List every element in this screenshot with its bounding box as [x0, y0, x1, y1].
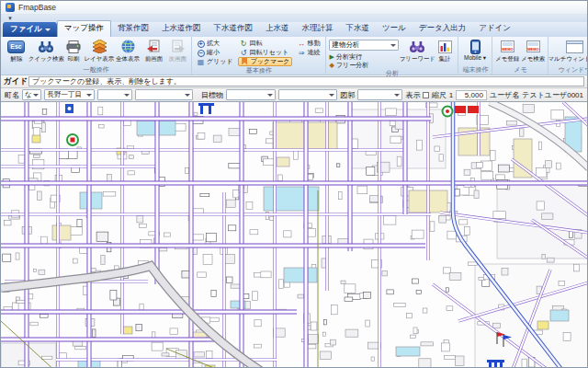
free-analysis-button[interactable]: ◆フリー分析 — [329, 61, 399, 69]
group-label-memo: メモ — [494, 65, 546, 75]
bar-chart-icon — [436, 39, 454, 54]
tab-tools[interactable]: ツール — [376, 21, 413, 37]
freeword-search-button[interactable]: フリーワード — [401, 38, 434, 63]
map-canvas[interactable] — [1, 102, 587, 368]
ribbon-group-basic: +拡大 −縮小 ▦グリッド ↻回転 ↺回転リセット ブックマーク ↔移動 ⇒連続… — [192, 37, 326, 75]
quick-search-button[interactable]: クイック検索 — [29, 38, 62, 63]
previous-screen-button[interactable]: 前画面 — [141, 38, 165, 63]
tab-water[interactable]: 上水道 — [259, 21, 296, 37]
previous-screen-icon — [145, 39, 163, 54]
window-title: FmapBase — [18, 3, 56, 12]
layer-display-button[interactable]: レイヤ表示 — [85, 38, 114, 63]
ribbon-tab-bar: ファイル マップ操作 背景作図 上水道作図 下水道作図 上水道 水理計算 下水道… — [1, 22, 587, 37]
tab-data-io[interactable]: データ入出力 — [413, 21, 472, 37]
guide-bar: ガイド ブックマークの登録、表示、削除をします。 — [1, 75, 587, 88]
tab-map-operation[interactable]: マップ操作 — [57, 20, 111, 37]
user-value: テストユーザ0001 — [522, 90, 583, 100]
zoom-in-icon: + — [197, 40, 205, 48]
address-dropdown[interactable] — [135, 89, 193, 100]
ribbon-group-analysis: 建物分析 ▶分析実行 ◆フリー分析 フリーワード 集計 分析 — [326, 37, 458, 75]
full-extent-button[interactable]: 全体表示 — [114, 38, 141, 63]
next-screen-button: 次画面 — [165, 38, 189, 63]
grid-button[interactable]: ▦グリッド — [195, 57, 235, 66]
layers-icon — [91, 39, 108, 54]
chevron-down-icon — [86, 94, 92, 97]
continuous-button[interactable]: ⇒連続 — [295, 48, 322, 57]
memo-search-button[interactable]: MEMO メモ検索 — [520, 38, 546, 63]
map-frame-label: 図郭 — [340, 90, 355, 100]
quick-access-dropdown-icon[interactable]: ▼ — [7, 16, 13, 21]
tab-sewer[interactable]: 下水道 — [339, 21, 376, 37]
title-bar: FmapBase — [1, 1, 587, 15]
scale-checkbox[interactable] — [423, 92, 428, 98]
bookmark-icon — [241, 58, 249, 66]
ribbon-group-window: マルチウィンドウ ▾ ウィンドウ — [548, 37, 588, 75]
guide-label: ガイド — [4, 76, 28, 87]
scale-prefix: 1 — [449, 91, 453, 99]
zoom-in-button[interactable]: +拡大 — [195, 39, 235, 48]
chevron-down-icon — [329, 94, 334, 97]
tab-water-drawing[interactable]: 上水道作図 — [155, 21, 208, 37]
rotate-icon: ↻ — [240, 40, 248, 48]
esc-key-icon: Esc — [7, 40, 25, 53]
town-dropdown[interactable]: 長野一丁目 — [44, 89, 94, 100]
printer-icon — [65, 39, 83, 54]
town-label: 町名 — [5, 90, 19, 100]
free-analysis-icon: ◆ — [329, 62, 334, 69]
release-button[interactable]: Esc 解除 — [3, 38, 29, 63]
chevron-down-icon — [267, 94, 273, 97]
ribbon-group-general: Esc 解除 クイック検索 印刷 レイヤ表示 — [1, 37, 192, 75]
group-label-terminal: 端末操作 — [460, 65, 490, 75]
kana-dropdown[interactable]: な — [22, 89, 41, 100]
chevron-down-icon — [124, 94, 130, 97]
guide-message: ブックマークの登録、表示、削除をします。 — [28, 76, 584, 86]
tab-addin[interactable]: アドイン — [472, 21, 517, 37]
landmark-category-dropdown[interactable] — [226, 89, 276, 100]
app-icon — [6, 3, 15, 12]
tab-sewer-drawing[interactable]: 下水道作図 — [207, 21, 259, 37]
rotate-reset-button[interactable]: ↺回転リセット — [238, 48, 293, 57]
tab-background-drawing[interactable]: 背景作図 — [111, 21, 155, 37]
group-label-general: 一般操作 — [3, 65, 189, 75]
print-button[interactable]: 印刷 — [62, 38, 85, 63]
file-menu-button[interactable]: ファイル — [3, 22, 57, 37]
binoculars-icon — [38, 39, 55, 54]
group-label-basic: 基本操作 — [194, 66, 323, 75]
memo-icon: MEMO — [499, 39, 516, 54]
continuous-icon: ⇒ — [297, 49, 305, 57]
zoom-out-button[interactable]: −縮小 — [195, 48, 235, 57]
pan-icon: ↔ — [297, 40, 305, 48]
application-window: { "window": { "title": "FmapBase" }, "qa… — [0, 0, 588, 368]
globe-icon — [119, 39, 137, 54]
zoom-out-icon: − — [197, 49, 205, 57]
memo-register-button[interactable]: MEMO メモ登録 — [494, 38, 520, 63]
multi-window-button[interactable]: マルチウィンドウ ▾ — [550, 38, 588, 63]
chevron-down-icon — [390, 44, 396, 47]
ribbon: Esc 解除 クイック検索 印刷 レイヤ表示 — [1, 37, 587, 75]
pan-button[interactable]: ↔移動 — [295, 39, 322, 48]
chevron-down-icon — [185, 94, 190, 97]
chevron-down-icon — [33, 94, 39, 97]
analysis-type-dropdown[interactable]: 建物分析 — [329, 40, 399, 51]
run-icon: ▶ — [329, 53, 334, 61]
block-dropdown[interactable] — [97, 89, 133, 100]
aggregate-button[interactable]: 集計 — [434, 38, 456, 63]
ribbon-group-terminal: Mobile ▾ 端末操作 — [458, 37, 492, 75]
scale-label: 縮尺 — [432, 90, 447, 100]
mobile-phone-icon — [467, 39, 484, 54]
chevron-down-icon — [45, 29, 51, 31]
show-label[interactable]: 表示 — [405, 90, 420, 100]
bookmark-button[interactable]: ブックマーク — [238, 57, 293, 66]
city-map — [1, 102, 588, 368]
landmark-dropdown[interactable] — [278, 89, 337, 100]
tab-hydraulic-calc[interactable]: 水理計算 — [295, 21, 339, 37]
window-icon — [566, 39, 583, 54]
rotate-button[interactable]: ↻回転 — [238, 39, 293, 48]
scale-value[interactable]: 5,000 — [456, 90, 487, 100]
search-status-bar: 町名 な 長野一丁目 目標物 図郭 表示 縮尺 1 5,000 ユーザ名 テスト… — [1, 88, 587, 102]
map-frame-dropdown[interactable] — [357, 89, 402, 100]
mobile-button[interactable]: Mobile ▾ — [460, 38, 490, 62]
chevron-down-icon — [394, 94, 400, 97]
grid-icon: ▦ — [197, 58, 205, 66]
binoculars-icon — [409, 39, 426, 54]
